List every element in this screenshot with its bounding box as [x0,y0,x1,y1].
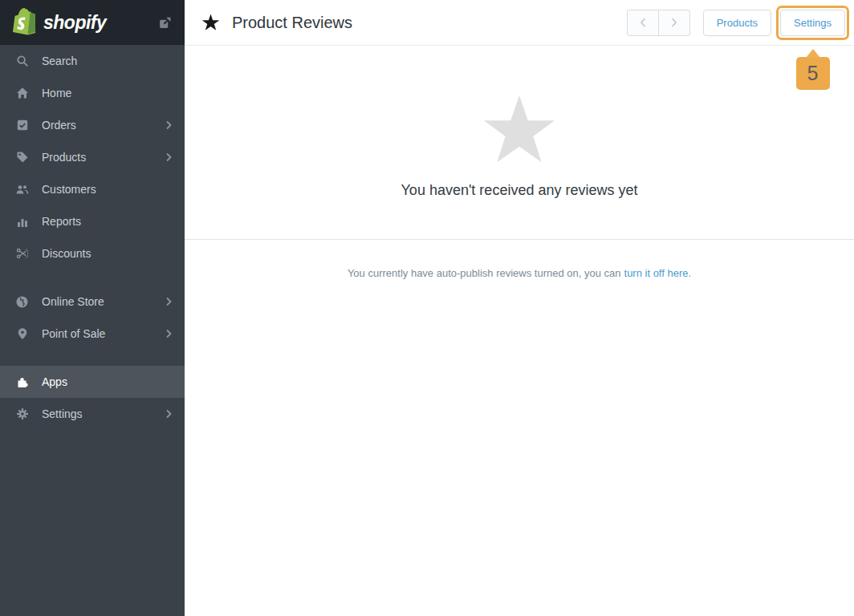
sidebar-item-customers[interactable]: Customers [0,173,185,205]
product-reviews-star-icon [201,14,220,31]
chevron-right-icon [670,17,678,28]
sidebar-item-label: Orders [42,119,76,132]
sidebar-group-gap [0,270,185,286]
sidebar-item-apps[interactable]: Apps [0,366,185,398]
sidebar-item-orders[interactable]: Orders [0,109,185,141]
sidebar-item-label: Products [42,151,86,164]
chevron-right-icon [165,409,172,419]
sidebar-item-label: Search [42,55,77,67]
turn-off-link[interactable]: turn it off here. [624,267,692,279]
sidebar-item-label: Apps [42,375,67,388]
sidebar-item-label: Discounts [42,247,91,260]
sidebar-item-label: Customers [42,183,96,196]
shopify-bag-icon [13,8,39,37]
auto-publish-note: You currently have auto-publish reviews … [185,240,854,279]
external-link-icon[interactable] [158,16,172,30]
sidebar-header: shopify [0,0,185,45]
previous-page-button[interactable] [627,10,659,36]
shopify-logo[interactable]: shopify [13,8,106,37]
products-tag-icon [15,151,29,164]
header-actions: Products Settings 5 [627,6,849,40]
settings-gear-icon [15,407,29,421]
pagination-group [627,10,690,36]
sidebar-item-label: Reports [42,215,81,228]
sidebar-item-online-store[interactable]: Online Store [0,286,185,318]
point-of-sale-icon [15,327,29,341]
annotation-badge-5: 5 [796,57,830,90]
chevron-right-icon [165,329,172,338]
customers-icon [15,183,29,197]
main-content: Product Reviews Products Settings 5 You … [185,0,854,616]
discounts-icon [15,247,29,261]
reports-icon [15,215,29,229]
home-icon [15,87,29,100]
sidebar-item-products[interactable]: Products [0,141,185,173]
sidebar-item-settings[interactable]: Settings [0,398,185,430]
chevron-right-icon [165,152,172,162]
chevron-right-icon [165,120,172,130]
sidebar-item-label: Point of Sale [42,327,105,340]
sidebar-item-label: Settings [42,407,83,420]
sidebar-item-discounts[interactable]: Discounts [0,237,185,270]
sidebar-item-label: Online Store [42,295,104,308]
sidebar-item-search[interactable]: Search [0,45,185,77]
shopify-wordmark: shopify [43,12,106,34]
annotation-highlight-ring: Settings 5 [776,6,849,40]
search-icon [15,55,29,68]
products-button[interactable]: Products [703,10,771,36]
chevron-right-icon [165,297,172,306]
sidebar-item-reports[interactable]: Reports [0,205,185,237]
sidebar-item-point-of-sale[interactable]: Point of Sale [0,318,185,350]
apps-icon [15,375,29,389]
empty-state-message: You haven't received any reviews yet [401,182,638,199]
orders-icon [15,119,29,132]
online-store-icon [15,295,29,309]
empty-reviews-panel: You haven't received any reviews yet [185,46,854,240]
settings-button[interactable]: Settings [780,10,845,36]
page-header: Product Reviews Products Settings 5 [185,0,854,46]
next-page-button[interactable] [658,10,690,36]
sidebar-item-label: Home [42,87,71,99]
auto-publish-text: You currently have auto-publish reviews … [348,267,621,279]
page-title: Product Reviews [232,14,352,32]
sidebar: shopify Search Home Ord [0,0,185,616]
sidebar-group-gap [0,350,185,366]
sidebar-nav: Search Home Orders Products [0,45,185,430]
sidebar-item-home[interactable]: Home [0,77,185,109]
chevron-left-icon [639,17,647,28]
empty-state-star-icon [482,94,557,166]
